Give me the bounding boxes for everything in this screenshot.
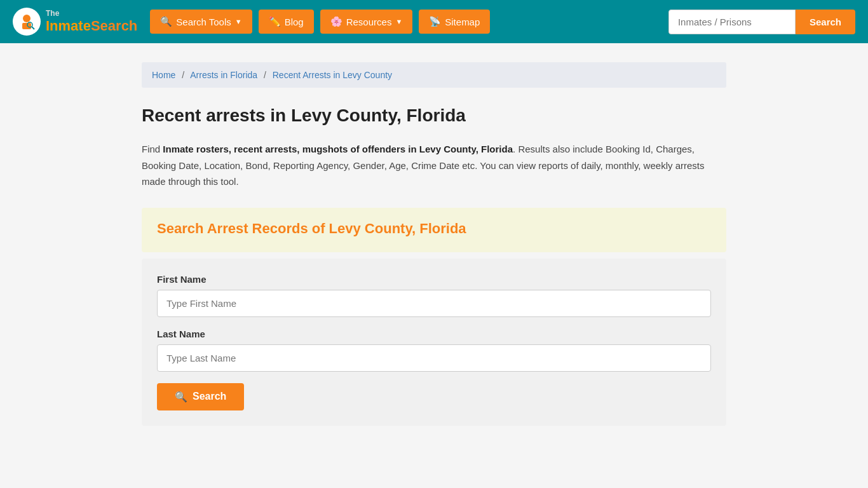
blog-button[interactable]: Blog	[259, 10, 314, 34]
logo-text: The InmateSearch	[46, 10, 137, 33]
search-submit-button[interactable]: 🔍 Search	[157, 383, 244, 410]
breadcrumb: Home / Arrests in Florida / Recent Arres…	[142, 62, 726, 88]
breadcrumb-arrests-florida[interactable]: Arrests in Florida	[190, 70, 257, 80]
main-content: Home / Arrests in Florida / Recent Arres…	[129, 62, 739, 426]
breadcrumb-home[interactable]: Home	[152, 70, 175, 80]
svg-point-0	[23, 15, 31, 22]
svg-rect-1	[22, 23, 31, 29]
breadcrumb-current[interactable]: Recent Arrests in Levy County	[273, 70, 392, 80]
resources-button[interactable]: Resources ▼	[320, 10, 413, 34]
breadcrumb-sep1: /	[182, 70, 184, 80]
last-name-label: Last Name	[157, 329, 711, 339]
last-name-group: Last Name	[157, 329, 711, 372]
sitemap-icon	[429, 16, 441, 27]
sitemap-button[interactable]: Sitemap	[419, 10, 490, 34]
logo-icon	[13, 8, 41, 36]
last-name-input[interactable]	[157, 344, 711, 372]
search-tools-button[interactable]: Search Tools ▼	[150, 10, 252, 34]
nav-search-area: Search	[668, 10, 855, 34]
chevron-down-icon: ▼	[235, 18, 242, 25]
form-area: First Name Last Name 🔍 Search	[142, 259, 726, 426]
svg-line-3	[32, 27, 34, 29]
blog-icon	[269, 16, 281, 27]
page-description: Find Inmate rosters, recent arrests, mug…	[142, 141, 726, 190]
first-name-group: First Name	[157, 274, 711, 317]
chevron-down-icon: ▼	[395, 18, 402, 25]
page-title: Recent arrests in Levy County, Florida	[142, 105, 726, 126]
search-tools-icon	[160, 16, 172, 27]
search-section-header: Search Arrest Records of Levy County, Fl…	[142, 208, 726, 252]
nav-search-input[interactable]	[668, 10, 796, 34]
nav-search-button[interactable]: Search	[796, 10, 855, 34]
search-submit-icon: 🔍	[175, 391, 187, 403]
resources-icon	[330, 16, 342, 27]
first-name-input[interactable]	[157, 290, 711, 317]
logo[interactable]: The InmateSearch	[13, 8, 137, 36]
first-name-label: First Name	[157, 274, 711, 285]
breadcrumb-sep2: /	[264, 70, 266, 80]
search-section-title: Search Arrest Records of Levy County, Fl…	[157, 220, 711, 237]
